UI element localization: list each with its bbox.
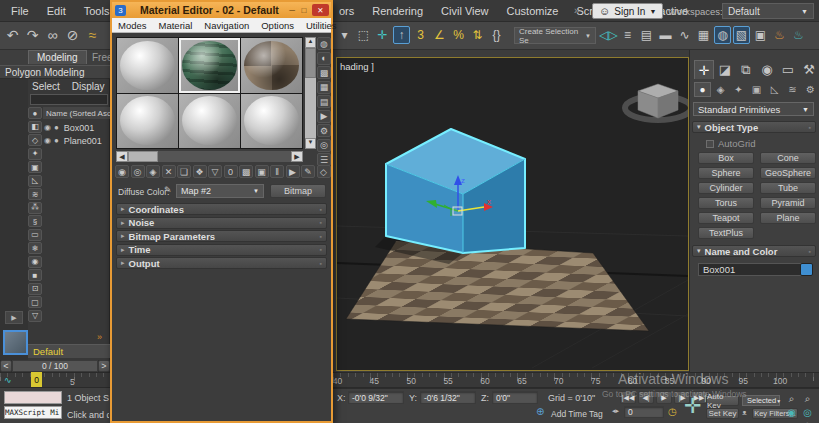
display-helpers-icon[interactable]: ◺ bbox=[28, 175, 42, 187]
go-forward-to-sibling-icon[interactable]: ▶ bbox=[286, 165, 300, 178]
undo-icon[interactable]: ↶ bbox=[4, 26, 21, 44]
maximize-button[interactable]: □ bbox=[298, 6, 310, 15]
material-slot-brown[interactable] bbox=[241, 38, 302, 93]
show-shaded-material-in-viewport-icon[interactable]: ▩ bbox=[239, 165, 253, 178]
selection-set-dropdown[interactable]: Create Selection Se ▼ bbox=[514, 27, 596, 44]
tab-display[interactable]: ▭ bbox=[778, 60, 798, 79]
display-lights-icon[interactable]: ✦ bbox=[28, 148, 42, 160]
perspective-viewport[interactable]: z x hading ] bbox=[336, 57, 689, 371]
display-hidden-icon[interactable]: ◉ bbox=[28, 256, 42, 268]
material-slot-green-active[interactable] bbox=[179, 38, 240, 93]
render-setup-icon[interactable]: ▧ bbox=[733, 26, 750, 44]
category-lights[interactable]: ✦ bbox=[730, 82, 747, 97]
time-slider[interactable]: < 0 / 100 > bbox=[0, 360, 110, 372]
zoom-extents-icon[interactable]: ◉ bbox=[784, 406, 799, 419]
pick-material-icon[interactable]: ✎ bbox=[301, 165, 315, 178]
time-slider-prev-button[interactable]: < bbox=[0, 360, 12, 372]
display-cameras-icon[interactable]: ▣ bbox=[28, 161, 42, 173]
panel-overflow-chevron[interactable]: » bbox=[97, 332, 102, 342]
trackbar-curve-icon[interactable]: ∿ bbox=[4, 375, 12, 385]
previous-frame-button[interactable]: ◀| bbox=[638, 391, 654, 404]
category-shapes[interactable]: ◈ bbox=[712, 82, 729, 97]
tree-row[interactable]: ◉ ● Box001 bbox=[44, 121, 110, 134]
sample-uv-tiling-icon[interactable]: ▦ bbox=[317, 81, 331, 94]
select-and-place-icon[interactable]: ↑ bbox=[393, 26, 410, 44]
me-menu-item[interactable]: Navigation bbox=[198, 20, 255, 31]
material-id-channel-icon[interactable]: 0 bbox=[224, 165, 238, 178]
redo-icon[interactable]: ↷ bbox=[24, 26, 41, 44]
me-menu-item[interactable]: Utilities bbox=[300, 20, 343, 31]
category-cameras[interactable]: ▣ bbox=[748, 82, 765, 97]
select-and-link-icon[interactable]: ∞ bbox=[44, 26, 61, 44]
put-material-to-scene-icon[interactable]: ◎ bbox=[131, 165, 145, 178]
spinner-snap-icon[interactable]: ⇅ bbox=[469, 26, 486, 44]
bitmap-type-button[interactable]: Bitmap bbox=[270, 184, 326, 198]
time-configuration-icon[interactable]: ◷ bbox=[668, 406, 677, 417]
zoom-extents-all-icon[interactable]: ◎ bbox=[800, 406, 815, 419]
selection-set-row[interactable]: Default bbox=[28, 344, 110, 358]
tab-hierarchy[interactable]: ⧉ bbox=[736, 60, 756, 79]
category-space-warps[interactable]: ≋ bbox=[784, 82, 801, 97]
tab-motion[interactable]: ◉ bbox=[757, 60, 777, 79]
material-slot-gray-1[interactable] bbox=[117, 38, 178, 93]
explorer-search-input[interactable] bbox=[30, 94, 108, 105]
scroll-left-icon[interactable]: ◀ bbox=[116, 151, 128, 162]
explorer-menu-item[interactable]: Select bbox=[32, 81, 60, 92]
display-bones-icon[interactable]: § bbox=[28, 215, 42, 227]
material-slot-gray-3[interactable] bbox=[179, 94, 240, 149]
bind-to-space-warp-icon[interactable]: ≈ bbox=[84, 26, 101, 44]
workspace-dropdown[interactable]: Default ▼ bbox=[722, 3, 814, 19]
display-particles-icon[interactable]: ⁂ bbox=[28, 202, 42, 214]
auto-key-button[interactable]: Auto Key bbox=[706, 395, 739, 406]
menu-item[interactable]: Customize bbox=[498, 0, 568, 22]
me-menu-item[interactable]: Modes bbox=[112, 20, 153, 31]
autogrid-checkbox[interactable] bbox=[706, 140, 714, 148]
put-to-library-icon[interactable]: ▽ bbox=[208, 165, 222, 178]
display-shapes-icon[interactable]: ◇ bbox=[28, 134, 42, 146]
viewcube[interactable] bbox=[625, 84, 688, 120]
time-slider-value[interactable]: 0 / 100 bbox=[12, 360, 98, 372]
show-end-result-icon[interactable]: ▣ bbox=[255, 165, 269, 178]
display-all-icon[interactable]: ● bbox=[28, 107, 42, 119]
rollout-bar[interactable]: ▸ Coordinates ▪ bbox=[116, 203, 327, 215]
tab-create[interactable]: ✛ bbox=[694, 60, 714, 79]
unlink-selection-icon[interactable]: ⊘ bbox=[64, 26, 81, 44]
tab-modify[interactable]: ◪ bbox=[715, 60, 735, 79]
scroll-up-icon[interactable]: ▲ bbox=[305, 37, 316, 48]
align-icon[interactable]: ≡ bbox=[619, 26, 636, 44]
set-key-button[interactable]: Set Key bbox=[706, 408, 739, 419]
menu-item[interactable]: Civil View bbox=[432, 0, 497, 22]
display-materials-icon[interactable]: ■ bbox=[28, 269, 42, 281]
trackbar-left[interactable] bbox=[0, 372, 110, 388]
material-slot-gray-4[interactable] bbox=[241, 94, 302, 149]
schematic-view-icon[interactable]: ▦ bbox=[695, 26, 712, 44]
play-button[interactable]: ▶ bbox=[656, 391, 672, 404]
time-slider-marker[interactable]: 0 bbox=[31, 372, 42, 387]
tab-utilities[interactable]: ⚒ bbox=[799, 60, 819, 79]
rollout-bar[interactable]: ▸ Bitmap Parameters ▪ bbox=[116, 230, 327, 242]
node-label[interactable]: Box001 bbox=[62, 123, 97, 133]
sample-type-icon[interactable]: ◍ bbox=[317, 37, 331, 50]
dropper-icon[interactable]: ✎ bbox=[164, 185, 172, 195]
explorer-filter-icon[interactable]: ▽ bbox=[28, 310, 42, 322]
display-geometry-icon[interactable]: ◧ bbox=[28, 121, 42, 133]
sign-in-button[interactable]: ☺ Sign In ▼ bbox=[592, 3, 663, 19]
viewport-label[interactable]: hading ] bbox=[340, 61, 374, 72]
curve-editor-icon[interactable]: ∿ bbox=[676, 26, 693, 44]
get-material-icon[interactable]: ◉ bbox=[115, 165, 129, 178]
backlight-icon[interactable]: ◐ bbox=[317, 52, 331, 65]
polygon-modeling-panel[interactable]: Polygon Modeling bbox=[0, 65, 110, 79]
display-spacewarps-icon[interactable]: ≋ bbox=[28, 188, 42, 200]
material-slot-gray-2[interactable] bbox=[117, 94, 178, 149]
make-unique-icon[interactable]: ❖ bbox=[193, 165, 207, 178]
map-dropdown[interactable]: Map #2 ▼ bbox=[176, 184, 264, 198]
background-icon[interactable]: ▩ bbox=[317, 66, 331, 79]
named-selection-sets-icon[interactable]: {} bbox=[488, 26, 505, 44]
rendered-frame-icon[interactable]: ▣ bbox=[752, 26, 769, 44]
menu-item[interactable]: File bbox=[2, 0, 38, 22]
tree-row[interactable]: ◉ ● Plane001 bbox=[44, 134, 110, 147]
assign-material-to-selection-icon[interactable]: ◈ bbox=[146, 165, 160, 178]
keying-plus-icon[interactable]: ✛ bbox=[684, 394, 702, 418]
primitives-dropdown[interactable]: Standard Primitives ▼ bbox=[693, 102, 814, 116]
visibility-eye-icon[interactable]: ◉ bbox=[44, 136, 51, 145]
